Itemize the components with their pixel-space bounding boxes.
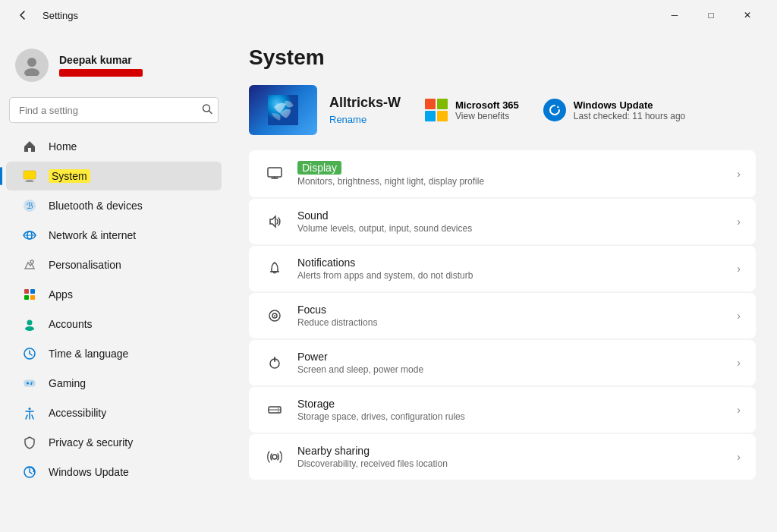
focus-title: Focus bbox=[297, 304, 725, 316]
sidebar-item-gaming[interactable]: Gaming bbox=[6, 369, 222, 398]
nearby-text: Nearby sharing Discoverability, received… bbox=[297, 445, 725, 469]
svg-point-17 bbox=[25, 326, 34, 331]
svg-point-0 bbox=[27, 58, 36, 67]
maximize-button[interactable]: □ bbox=[694, 3, 728, 27]
search-box bbox=[9, 97, 219, 123]
nearby-chevron: › bbox=[737, 451, 741, 463]
user-status-bar bbox=[59, 69, 143, 77]
sound-sub: Volume levels, output, input, sound devi… bbox=[297, 223, 725, 234]
sidebar-label-home: Home bbox=[49, 140, 77, 153]
window-title: Settings bbox=[42, 10, 78, 21]
notifications-sub: Alerts from apps and system, do not dist… bbox=[297, 270, 725, 281]
settings-item-power[interactable]: Power Screen and sleep, power mode › bbox=[249, 340, 756, 386]
window-controls: ─ □ ✕ bbox=[657, 3, 765, 27]
storage-text: Storage Storage space, drives, configura… bbox=[297, 398, 725, 422]
svg-rect-4 bbox=[24, 171, 36, 179]
sidebar-item-apps[interactable]: Apps bbox=[6, 280, 222, 309]
svg-point-24 bbox=[31, 382, 33, 383]
system-header: Alltricks-W Rename Microsoft 365 View be… bbox=[249, 85, 756, 135]
sidebar-item-accounts[interactable]: Accounts bbox=[6, 310, 222, 338]
svg-rect-5 bbox=[27, 180, 33, 181]
app-body: Deepak kumar Home bbox=[0, 30, 777, 532]
sidebar-label-gaming: Gaming bbox=[49, 377, 86, 389]
sidebar-label-network: Network & internet bbox=[49, 229, 136, 241]
settings-item-focus[interactable]: Focus Reduce distractions › bbox=[249, 293, 756, 338]
rename-link[interactable]: Rename bbox=[329, 114, 401, 125]
sidebar-item-windowsupdate[interactable]: Windows Update bbox=[6, 458, 222, 486]
wu-title: Windows Update bbox=[574, 99, 685, 111]
network-icon bbox=[21, 227, 38, 244]
sidebar-item-time[interactable]: Time & language bbox=[6, 339, 222, 368]
svg-point-42 bbox=[272, 455, 277, 459]
display-icon bbox=[264, 163, 285, 184]
close-button[interactable]: ✕ bbox=[730, 3, 765, 27]
bluetooth-icon: ℬ bbox=[21, 197, 38, 214]
svg-rect-12 bbox=[24, 289, 29, 294]
ms365-logo-q2 bbox=[437, 99, 448, 109]
sidebar-item-personalisation[interactable]: Personalisation bbox=[6, 250, 222, 279]
svg-point-25 bbox=[30, 383, 32, 385]
settings-item-notifications[interactable]: Notifications Alerts from apps and syste… bbox=[249, 246, 756, 291]
sidebar-item-home[interactable]: Home bbox=[6, 132, 222, 161]
power-icon bbox=[264, 352, 285, 373]
minimize-button[interactable]: ─ bbox=[657, 3, 692, 27]
sidebar-item-system[interactable]: System bbox=[6, 162, 222, 190]
sidebar-label-time: Time & language bbox=[49, 348, 128, 360]
sound-text: Sound Volume levels, output, input, soun… bbox=[297, 209, 725, 234]
settings-item-storage[interactable]: Storage Storage space, drives, configura… bbox=[249, 387, 756, 433]
search-icon bbox=[202, 104, 212, 117]
sidebar-item-network[interactable]: Network & internet bbox=[6, 221, 222, 250]
nearby-sub: Discoverability, received files location bbox=[297, 458, 725, 469]
sidebar-label-accounts: Accounts bbox=[49, 318, 93, 330]
accounts-icon bbox=[21, 316, 38, 332]
power-chevron: › bbox=[737, 357, 741, 369]
user-name: Deepak kumar bbox=[59, 54, 143, 66]
svg-point-41 bbox=[278, 411, 279, 412]
svg-point-35 bbox=[274, 315, 275, 316]
storage-sub: Storage space, drives, configuration rul… bbox=[297, 411, 725, 422]
svg-text:ℬ: ℬ bbox=[27, 201, 33, 210]
user-section: Deepak kumar bbox=[0, 36, 228, 97]
gaming-icon bbox=[21, 375, 38, 392]
svg-rect-6 bbox=[25, 181, 34, 182]
sidebar-label-privacy: Privacy & security bbox=[49, 436, 133, 449]
nearby-icon bbox=[264, 446, 285, 467]
notifications-text: Notifications Alerts from apps and syste… bbox=[297, 257, 725, 281]
system-icon bbox=[21, 168, 38, 184]
notifications-chevron: › bbox=[737, 263, 741, 275]
search-input[interactable] bbox=[9, 97, 219, 123]
storage-icon bbox=[264, 399, 285, 420]
ms365-logo-q1 bbox=[425, 99, 436, 109]
sidebar-label-accessibility: Accessibility bbox=[49, 407, 106, 419]
sidebar-item-accessibility[interactable]: Accessibility bbox=[6, 398, 222, 427]
svg-point-11 bbox=[30, 260, 33, 263]
notifications-icon bbox=[264, 258, 285, 279]
device-name: Alltricks-W bbox=[329, 95, 401, 111]
ms365-logo bbox=[425, 99, 448, 121]
power-title: Power bbox=[297, 351, 725, 363]
svg-line-20 bbox=[30, 354, 32, 355]
wu-sub: Last checked: 11 hours ago bbox=[574, 111, 685, 121]
back-button[interactable] bbox=[12, 5, 33, 26]
sidebar-item-privacy[interactable]: Privacy & security bbox=[6, 428, 222, 457]
device-card: Alltricks-W Rename bbox=[249, 85, 401, 135]
svg-point-26 bbox=[29, 408, 31, 410]
sidebar-label-apps: Apps bbox=[49, 288, 73, 301]
storage-chevron: › bbox=[737, 404, 741, 416]
settings-item-sound[interactable]: Sound Volume levels, output, input, soun… bbox=[249, 199, 756, 244]
ms365-sub: View benefits bbox=[455, 111, 519, 121]
main-content: System bbox=[228, 30, 777, 532]
svg-point-40 bbox=[278, 408, 279, 409]
svg-rect-28 bbox=[268, 95, 298, 125]
settings-item-nearby[interactable]: Nearby sharing Discoverability, received… bbox=[249, 434, 756, 480]
ms365-title: Microsoft 365 bbox=[455, 99, 519, 111]
wu-text: Windows Update Last checked: 11 hours ag… bbox=[574, 99, 685, 121]
settings-item-display[interactable]: Display Monitors, brightness, night ligh… bbox=[249, 150, 756, 197]
svg-rect-15 bbox=[30, 295, 35, 300]
power-sub: Screen and sleep, power mode bbox=[297, 364, 725, 375]
windowsupdate-icon bbox=[21, 464, 38, 480]
sidebar-item-bluetooth[interactable]: ℬ Bluetooth & devices bbox=[6, 191, 222, 220]
personalisation-icon bbox=[21, 257, 38, 273]
home-icon bbox=[21, 138, 38, 155]
sound-title: Sound bbox=[297, 209, 725, 222]
